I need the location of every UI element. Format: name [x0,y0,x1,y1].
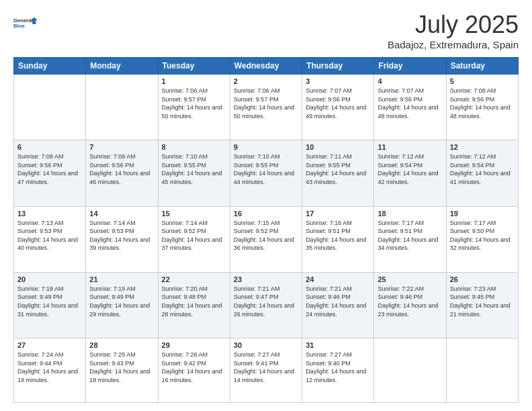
day-number: 24 [306,275,370,283]
day-number: 18 [378,210,442,218]
day-number: 22 [162,275,226,283]
logo-svg: General Blue [13,11,38,35]
calendar-cell: 6Sunrise: 7:08 AM Sunset: 9:56 PM Daylig… [14,140,86,206]
day-number: 14 [89,210,154,218]
calendar-header-wednesday: Wednesday [230,58,302,75]
calendar-cell: 16Sunrise: 7:15 AM Sunset: 9:52 PM Dayli… [230,206,302,272]
calendar-cell: 22Sunrise: 7:20 AM Sunset: 9:48 PM Dayli… [158,272,230,338]
calendar-cell [86,75,158,140]
calendar-cell: 15Sunrise: 7:14 AM Sunset: 9:52 PM Dayli… [158,206,230,272]
day-info: Sunrise: 7:07 AM Sunset: 9:56 PM Dayligh… [378,87,442,120]
day-info: Sunrise: 7:20 AM Sunset: 9:48 PM Dayligh… [162,285,226,318]
day-info: Sunrise: 7:27 AM Sunset: 9:40 PM Dayligh… [306,351,370,384]
calendar-cell: 21Sunrise: 7:19 AM Sunset: 9:49 PM Dayli… [86,272,158,338]
calendar-cell [374,338,446,403]
logo: General Blue [13,11,38,35]
calendar-cell: 27Sunrise: 7:24 AM Sunset: 9:44 PM Dayli… [14,338,86,403]
calendar-header-thursday: Thursday [302,58,374,75]
day-number: 29 [162,341,226,349]
day-info: Sunrise: 7:27 AM Sunset: 9:41 PM Dayligh… [234,351,298,384]
day-number: 7 [89,143,154,151]
calendar-cell [14,75,86,140]
calendar-week-5: 27Sunrise: 7:24 AM Sunset: 9:44 PM Dayli… [14,338,519,403]
day-info: Sunrise: 7:06 AM Sunset: 9:57 PM Dayligh… [234,87,298,120]
day-number: 30 [234,341,298,349]
day-number: 10 [306,143,370,151]
title-block: July 2025 Badajoz, Extremadura, Spain [388,11,519,50]
calendar-cell: 31Sunrise: 7:27 AM Sunset: 9:40 PM Dayli… [302,338,374,403]
day-number: 4 [378,77,442,85]
calendar-header-monday: Monday [86,58,158,75]
calendar-cell: 1Sunrise: 7:06 AM Sunset: 9:57 PM Daylig… [158,75,230,140]
svg-text:Blue: Blue [13,23,25,29]
calendar-cell: 7Sunrise: 7:09 AM Sunset: 9:56 PM Daylig… [86,140,158,206]
calendar-week-3: 13Sunrise: 7:13 AM Sunset: 9:53 PM Dayli… [14,206,519,272]
day-number: 16 [234,210,298,218]
calendar-cell: 2Sunrise: 7:06 AM Sunset: 9:57 PM Daylig… [230,75,302,140]
day-number: 2 [234,77,298,85]
calendar-cell: 18Sunrise: 7:17 AM Sunset: 9:51 PM Dayli… [374,206,446,272]
calendar-cell: 14Sunrise: 7:14 AM Sunset: 9:53 PM Dayli… [86,206,158,272]
day-info: Sunrise: 7:09 AM Sunset: 9:56 PM Dayligh… [89,152,154,186]
calendar-header-friday: Friday [374,58,446,75]
day-info: Sunrise: 7:25 AM Sunset: 9:43 PM Dayligh… [89,351,154,384]
day-info: Sunrise: 7:07 AM Sunset: 9:56 PM Dayligh… [306,87,370,120]
calendar-header-tuesday: Tuesday [158,58,230,75]
calendar-cell: 24Sunrise: 7:21 AM Sunset: 9:46 PM Dayli… [302,272,374,338]
calendar-cell: 12Sunrise: 7:12 AM Sunset: 9:54 PM Dayli… [446,140,518,206]
day-info: Sunrise: 7:15 AM Sunset: 9:52 PM Dayligh… [234,219,298,253]
day-number: 5 [450,77,515,85]
day-number: 12 [450,143,515,151]
day-number: 11 [378,143,442,151]
day-info: Sunrise: 7:16 AM Sunset: 9:51 PM Dayligh… [306,219,370,253]
day-number: 17 [306,210,370,218]
calendar-header-saturday: Saturday [446,58,518,75]
calendar-cell: 9Sunrise: 7:10 AM Sunset: 9:55 PM Daylig… [230,140,302,206]
calendar-cell: 28Sunrise: 7:25 AM Sunset: 9:43 PM Dayli… [86,338,158,403]
day-info: Sunrise: 7:11 AM Sunset: 9:55 PM Dayligh… [306,152,370,186]
calendar-cell: 20Sunrise: 7:18 AM Sunset: 9:49 PM Dayli… [14,272,86,338]
day-info: Sunrise: 7:08 AM Sunset: 9:56 PM Dayligh… [450,87,515,120]
calendar-cell: 8Sunrise: 7:10 AM Sunset: 9:55 PM Daylig… [158,140,230,206]
day-info: Sunrise: 7:22 AM Sunset: 9:46 PM Dayligh… [378,285,442,318]
calendar-cell: 4Sunrise: 7:07 AM Sunset: 9:56 PM Daylig… [374,75,446,140]
day-info: Sunrise: 7:18 AM Sunset: 9:49 PM Dayligh… [17,285,82,318]
day-number: 19 [450,210,515,218]
calendar-table: SundayMondayTuesdayWednesdayThursdayFrid… [13,57,519,403]
day-info: Sunrise: 7:12 AM Sunset: 9:54 PM Dayligh… [378,152,442,186]
subtitle: Badajoz, Extremadura, Spain [388,39,519,50]
day-info: Sunrise: 7:21 AM Sunset: 9:47 PM Dayligh… [234,285,298,318]
day-number: 1 [162,77,226,85]
day-info: Sunrise: 7:13 AM Sunset: 9:53 PM Dayligh… [17,219,82,253]
day-number: 13 [17,210,82,218]
main-title: July 2025 [388,11,519,39]
day-info: Sunrise: 7:23 AM Sunset: 9:45 PM Dayligh… [450,285,515,318]
day-number: 6 [17,143,82,151]
day-info: Sunrise: 7:12 AM Sunset: 9:54 PM Dayligh… [450,152,515,186]
day-number: 28 [89,341,154,349]
day-number: 21 [89,275,154,283]
day-info: Sunrise: 7:10 AM Sunset: 9:55 PM Dayligh… [234,152,298,186]
day-info: Sunrise: 7:06 AM Sunset: 9:57 PM Dayligh… [162,87,226,120]
day-info: Sunrise: 7:21 AM Sunset: 9:46 PM Dayligh… [306,285,370,318]
page: General Blue July 2025 Badajoz, Extremad… [0,0,532,411]
calendar-cell: 10Sunrise: 7:11 AM Sunset: 9:55 PM Dayli… [302,140,374,206]
day-info: Sunrise: 7:08 AM Sunset: 9:56 PM Dayligh… [17,152,82,186]
calendar-header-row: SundayMondayTuesdayWednesdayThursdayFrid… [14,58,519,75]
calendar-header-sunday: Sunday [14,58,86,75]
calendar-cell: 11Sunrise: 7:12 AM Sunset: 9:54 PM Dayli… [374,140,446,206]
day-number: 26 [450,275,515,283]
day-number: 15 [162,210,226,218]
calendar-cell: 30Sunrise: 7:27 AM Sunset: 9:41 PM Dayli… [230,338,302,403]
calendar-cell: 23Sunrise: 7:21 AM Sunset: 9:47 PM Dayli… [230,272,302,338]
day-info: Sunrise: 7:19 AM Sunset: 9:49 PM Dayligh… [89,285,154,318]
day-number: 27 [17,341,82,349]
day-number: 23 [234,275,298,283]
day-info: Sunrise: 7:10 AM Sunset: 9:55 PM Dayligh… [162,152,226,186]
day-number: 9 [234,143,298,151]
calendar-cell: 5Sunrise: 7:08 AM Sunset: 9:56 PM Daylig… [446,75,518,140]
calendar-cell: 3Sunrise: 7:07 AM Sunset: 9:56 PM Daylig… [302,75,374,140]
calendar-cell: 29Sunrise: 7:26 AM Sunset: 9:42 PM Dayli… [158,338,230,403]
calendar-week-4: 20Sunrise: 7:18 AM Sunset: 9:49 PM Dayli… [14,272,519,338]
calendar-cell: 13Sunrise: 7:13 AM Sunset: 9:53 PM Dayli… [14,206,86,272]
